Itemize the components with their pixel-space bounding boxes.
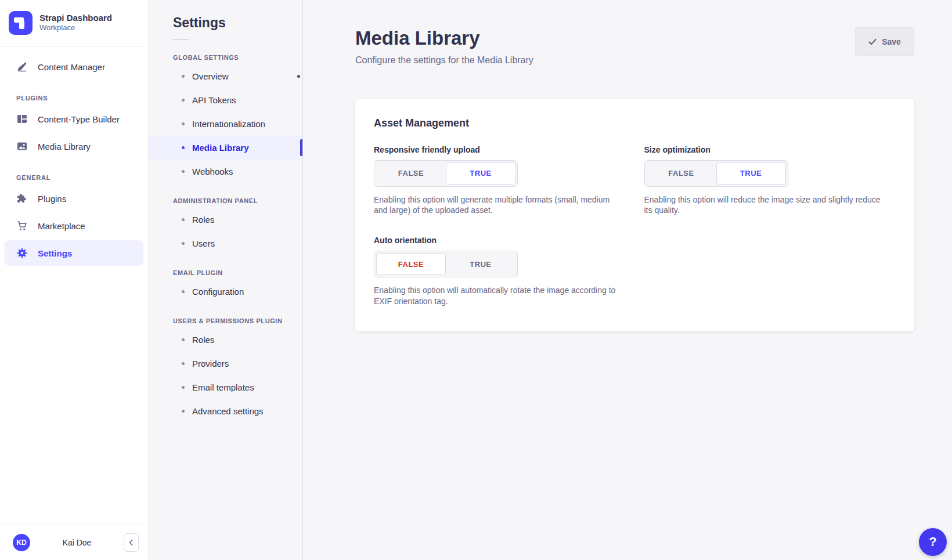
notification-dot-icon: [297, 75, 300, 78]
field-description: Enabling this option will automatically …: [374, 285, 618, 307]
page-title: Media Library: [355, 27, 533, 50]
sidebar-item-content-manager[interactable]: Content Manager: [5, 54, 143, 80]
puzzle-icon: [16, 193, 28, 204]
sidebar-item-settings[interactable]: Settings: [5, 240, 143, 266]
subnav-group-administration-panel: ADMINISTRATION PANEL: [173, 197, 302, 204]
bullet-icon: [182, 122, 185, 125]
subnav-item-label: Overview: [192, 71, 229, 81]
sidebar-item-label: Media Library: [38, 142, 91, 151]
bullet-icon: [182, 290, 185, 293]
subnav-item-admin-roles[interactable]: Roles: [149, 208, 302, 232]
toggle-option-false[interactable]: FALSE: [647, 162, 716, 185]
check-icon: [868, 38, 877, 46]
sidebar-item-label: Marketplace: [38, 221, 85, 231]
bullet-icon: [182, 338, 185, 341]
subnav-item-webhooks[interactable]: Webhooks: [149, 160, 302, 183]
bullet-icon: [182, 386, 185, 389]
page-subtitle: Configure the settings for the Media Lib…: [355, 55, 533, 66]
sidebar-user-area: KD Kai Doe: [0, 525, 148, 560]
sidebar-item-label: Content-Type Builder: [38, 114, 120, 124]
subnav-item-internationalization[interactable]: Internationalization: [149, 112, 302, 136]
workspace-subtitle: Workplace: [39, 23, 112, 33]
sidebar-item-label: Plugins: [38, 194, 66, 204]
sidebar-nav: Content Manager PLUGINS Content-Type Bui…: [0, 46, 148, 268]
bullet-icon: [182, 170, 185, 173]
layout-icon: [16, 113, 28, 125]
responsive-upload-toggle: FALSE TRUE: [374, 160, 518, 187]
toggle-option-true[interactable]: TRUE: [716, 162, 786, 185]
subnav-title: Settings: [173, 15, 302, 31]
sidebar-section-plugins: PLUGINS: [0, 95, 148, 102]
field-label: Responsive friendly upload: [374, 145, 626, 154]
question-mark-icon: ?: [929, 534, 936, 550]
bullet-icon: [182, 362, 185, 365]
field-size-optimization: Size optimization FALSE TRUE Enabling th…: [644, 145, 896, 216]
subnav-item-advanced-settings[interactable]: Advanced settings: [149, 399, 302, 423]
sidebar-item-label: Content Manager: [38, 62, 105, 72]
subnav-item-up-roles[interactable]: Roles: [149, 328, 302, 352]
subnav-item-api-tokens[interactable]: API Tokens: [149, 88, 302, 112]
save-button[interactable]: Save: [855, 27, 914, 56]
auto-orientation-toggle: FALSE TRUE: [374, 251, 518, 277]
bullet-icon: [182, 410, 185, 413]
help-button[interactable]: ?: [919, 528, 947, 556]
subnav-item-label: Internationalization: [192, 119, 265, 129]
subnav-item-media-library[interactable]: Media Library: [149, 136, 302, 160]
subnav-item-label: Users: [192, 239, 215, 248]
subnav-item-label: Webhooks: [192, 167, 233, 176]
subnav-item-email-configuration[interactable]: Configuration: [149, 280, 302, 304]
subnav-group-users-permissions: USERS & PERMISSIONS PLUGIN: [173, 317, 302, 324]
picture-icon: [16, 140, 28, 152]
subnav-item-label: Email templates: [192, 382, 254, 392]
field-auto-orientation: Auto orientation FALSE TRUE Enabling thi…: [374, 236, 626, 307]
size-optimization-toggle: FALSE TRUE: [644, 160, 788, 187]
sidebar-item-media-library[interactable]: Media Library: [5, 133, 143, 159]
gear-icon: [16, 247, 28, 259]
subnav-item-overview[interactable]: Overview: [149, 64, 302, 88]
subnav-item-label: Roles: [192, 335, 214, 345]
subnav-item-label: Configuration: [192, 287, 244, 297]
sidebar-item-label: Settings: [38, 248, 72, 258]
main-content: Media Library Configure the settings for…: [303, 0, 952, 560]
sidebar-section-general: GENERAL: [0, 174, 148, 181]
toggle-option-false[interactable]: FALSE: [376, 162, 446, 185]
pencil-icon: [16, 61, 28, 73]
settings-subnav: Settings GLOBAL SETTINGS Overview API To…: [149, 0, 303, 560]
asset-management-card: Asset Management Responsive friendly upl…: [355, 99, 914, 332]
sidebar-item-content-type-builder[interactable]: Content-Type Builder: [5, 106, 143, 132]
cart-icon: [16, 220, 28, 232]
field-label: Size optimization: [644, 145, 896, 154]
subnav-item-admin-users[interactable]: Users: [149, 232, 302, 255]
user-name[interactable]: Kai Doe: [36, 538, 118, 547]
field-description: Enabling this option will generate multi…: [374, 194, 618, 216]
divider: [173, 39, 189, 40]
toggle-option-true[interactable]: TRUE: [446, 162, 515, 185]
page-header: Media Library Configure the settings for…: [355, 27, 914, 66]
sidebar-item-plugins[interactable]: Plugins: [5, 186, 143, 211]
subnav-item-label: Providers: [192, 359, 229, 368]
bullet-icon: [182, 218, 185, 221]
field-label: Auto orientation: [374, 236, 626, 245]
subnav-item-label: Roles: [192, 215, 214, 225]
toggle-option-true[interactable]: TRUE: [446, 253, 515, 275]
workplace-home-link[interactable]: Strapi Dashboard Workplace: [0, 0, 148, 46]
subnav-item-email-templates[interactable]: Email templates: [149, 375, 302, 399]
avatar[interactable]: KD: [13, 534, 30, 551]
fields-grid: Responsive friendly upload FALSE TRUE En…: [374, 145, 896, 308]
subnav-group-global-settings: GLOBAL SETTINGS: [173, 54, 302, 61]
subnav-group-email-plugin: EMAIL PLUGIN: [173, 269, 302, 276]
strapi-logo-icon: [9, 11, 33, 35]
subnav-item-label: Advanced settings: [192, 406, 264, 416]
card-title: Asset Management: [374, 117, 896, 129]
toggle-option-false[interactable]: FALSE: [376, 253, 446, 275]
sidebar-item-marketplace[interactable]: Marketplace: [5, 213, 143, 239]
subnav-item-providers[interactable]: Providers: [149, 352, 302, 375]
field-description: Enabling this option will reduce the ima…: [644, 194, 888, 216]
bullet-icon: [182, 75, 185, 78]
collapse-sidebar-button[interactable]: [124, 533, 139, 552]
bullet-icon: [182, 146, 185, 149]
chevron-left-icon: [128, 539, 135, 546]
workspace-title: Strapi Dashboard: [39, 13, 112, 24]
bullet-icon: [182, 99, 185, 102]
subnav-item-label: API Tokens: [192, 95, 236, 105]
